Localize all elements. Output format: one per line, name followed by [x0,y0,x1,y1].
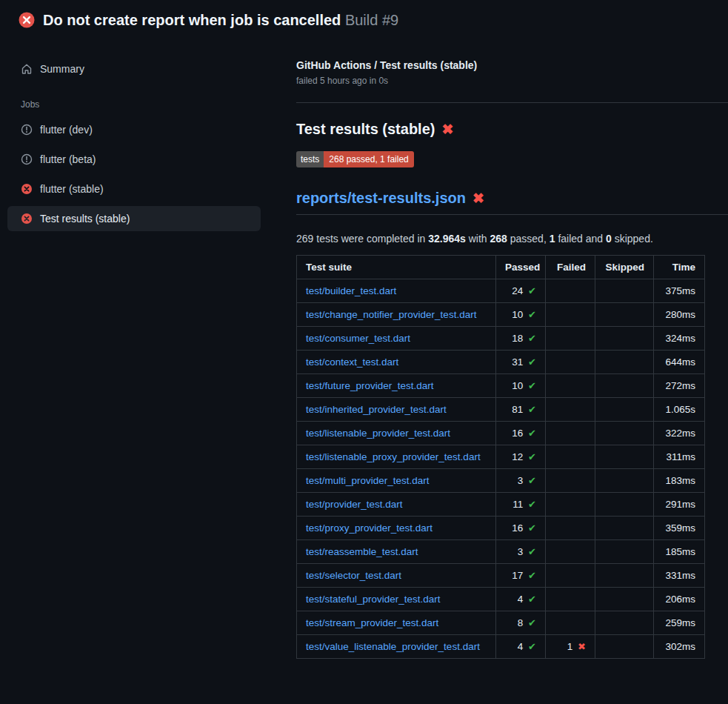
test-suite-link[interactable]: test/inherited_provider_test.dart [306,404,447,415]
test-suite-link[interactable]: test/context_test.dart [306,356,398,368]
check-icon: ✔ [528,546,536,557]
table-row: test/listenable_proxy_provider_test.dart… [297,445,705,469]
test-suite-link[interactable]: test/provider_test.dart [306,499,403,510]
failed-cell [546,588,595,611]
report-file-link[interactable]: reports/test-results.json [296,190,466,207]
page-layout: Summary Jobs flutter (dev) [0,39,728,659]
test-suite-link[interactable]: test/consumer_test.dart [306,333,410,344]
build-header: Do not create report when job is cancell… [0,0,728,39]
column-header-time: Time [654,256,705,279]
table-row: test/change_notifier_provider_test.dart1… [297,303,705,327]
table-row: test/builder_test.dart24 ✔375ms [297,279,705,303]
jobs-section-label: Jobs [7,86,261,117]
job-label: Test results (stable) [40,213,130,225]
sidebar-item-summary[interactable]: Summary [7,56,261,82]
skipped-cell [595,540,654,564]
table-row: test/proxy_provider_test.dart16 ✔359ms [297,517,705,540]
check-icon: ✔ [528,641,536,652]
summary-duration: 32.964s [428,233,466,245]
time-cell: 280ms [654,303,705,327]
test-suite-link[interactable]: test/selector_test.dart [306,570,401,581]
test-suite-link[interactable]: test/multi_provider_test.dart [306,475,430,486]
check-icon: ✔ [528,285,536,296]
check-icon: ✔ [528,522,536,534]
test-suite-cell: test/listenable_provider_test.dart [297,422,496,445]
test-suite-cell: test/value_listenable_provider_test.dart [297,635,496,659]
check-icon: ✔ [528,617,536,628]
sidebar-item-flutter-beta[interactable]: flutter (beta) [7,147,261,172]
skipped-cell [595,303,654,327]
failed-cell [546,422,595,445]
failed-cell: 1 ✖ [546,635,595,659]
time-cell: 311ms [654,445,705,469]
test-suite-link[interactable]: test/builder_test.dart [306,285,396,296]
passed-cell: 11 ✔ [496,493,546,517]
build-title: Do not create report when job is cancell… [43,12,341,28]
test-results-body: test/builder_test.dart24 ✔375mstest/chan… [297,279,705,659]
summary-text: 269 tests were completed in 32.964s with… [296,233,728,245]
skipped-cell [595,588,654,611]
failed-cell [546,398,595,422]
time-cell: 259ms [654,611,705,635]
time-cell: 322ms [654,422,705,445]
table-row: test/listenable_provider_test.dart16 ✔32… [297,422,705,445]
test-suite-link[interactable]: test/stream_provider_test.dart [306,617,438,628]
check-icon: ✔ [528,404,536,415]
table-row: test/reassemble_test.dart3 ✔185ms [297,540,705,564]
table-row: test/stateful_provider_test.dart4 ✔206ms [297,588,705,611]
sidebar-item-flutter-dev[interactable]: flutter (dev) [7,117,261,142]
test-suite-link[interactable]: test/reassemble_test.dart [306,546,418,557]
failed-status-icon [21,213,33,225]
failed-x-icon: ✖ [441,122,453,136]
section-title-text: Test results (stable) [296,121,435,138]
table-row: test/context_test.dart31 ✔644ms [297,351,705,374]
job-label: flutter (stable) [40,183,104,195]
column-header-test-suite: Test suite [297,256,496,279]
table-row: test/consumer_test.dart18 ✔324ms [297,327,705,351]
test-suite-link[interactable]: test/value_listenable_provider_test.dart [306,641,480,652]
check-icon: ✔ [528,594,536,605]
sidebar-item-test-results-stable[interactable]: Test results (stable) [7,206,261,231]
failed-cell [546,517,595,540]
time-cell: 359ms [654,517,705,540]
test-suite-cell: test/context_test.dart [297,351,496,374]
passed-cell: 4 ✔ [496,635,546,659]
home-icon [21,63,33,75]
skipped-cell [595,445,654,469]
test-suite-cell: test/reassemble_test.dart [297,540,496,564]
test-suite-link[interactable]: test/proxy_provider_test.dart [306,522,433,534]
failed-cell [546,540,595,564]
neutral-status-icon [21,153,33,165]
check-icon: ✔ [528,309,536,320]
test-suite-cell: test/builder_test.dart [297,279,496,303]
check-icon: ✔ [528,451,536,462]
time-cell: 272ms [654,374,705,398]
passed-cell: 16 ✔ [496,422,546,445]
sidebar: Summary Jobs flutter (dev) [0,39,296,236]
report-heading: reports/test-results.json ✖ [296,190,728,215]
time-cell: 302ms [654,635,705,659]
skipped-cell [595,493,654,517]
job-label: flutter (beta) [40,153,96,165]
test-suite-link[interactable]: test/listenable_provider_test.dart [306,428,450,439]
passed-cell: 31 ✔ [496,351,546,374]
skipped-cell [595,374,654,398]
passed-cell: 18 ✔ [496,327,546,351]
test-suite-link[interactable]: test/future_provider_test.dart [306,380,434,391]
test-suite-link[interactable]: test/listenable_proxy_provider_test.dart [306,451,481,462]
test-suite-link[interactable]: test/change_notifier_provider_test.dart [306,309,476,320]
passed-cell: 4 ✔ [496,588,546,611]
skipped-cell [595,564,654,588]
summary-passed-count: 268 [490,233,507,245]
failed-cell [546,493,595,517]
failed-status-icon [21,183,33,195]
summary-label: Summary [40,63,84,75]
column-header-passed: Passed [496,256,546,279]
sidebar-item-flutter-stable[interactable]: flutter (stable) [7,176,261,202]
test-suite-link[interactable]: test/stateful_provider_test.dart [306,594,441,605]
skipped-cell [595,422,654,445]
skipped-cell [595,469,654,493]
status-line: failed 5 hours ago in 0s [296,76,728,86]
passed-cell: 24 ✔ [496,279,546,303]
test-suite-cell: test/consumer_test.dart [297,327,496,351]
